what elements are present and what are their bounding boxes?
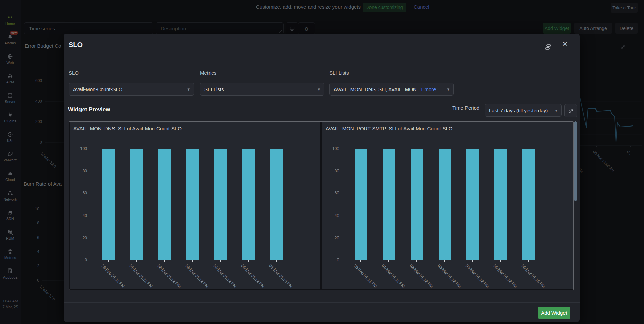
slo-widget-modal: SLO × SLO Metrics SLI Lists Avail-Mon-Co…: [64, 34, 580, 322]
widget-preview-heading: Widget Preview: [68, 106, 110, 113]
x-tick-label: 04-Mar 01:12 PM: [464, 263, 490, 289]
x-tick-label: 03-Mar 01:12 PM: [184, 263, 210, 289]
bar: [242, 149, 255, 260]
chart-panel-port-smtp-sli: AVAIL_MON_PORT-SMTP_SLI of Avail-Mon-Cou…: [322, 122, 573, 289]
x-tick-label: 06-Mar 01:15 PM: [520, 263, 546, 289]
chevron-down-icon: ▾: [185, 87, 190, 92]
x-tick-label: 06-Mar 01:15 PM: [268, 263, 293, 289]
x-tick: [248, 260, 249, 262]
y-tick-label: 60: [71, 191, 87, 195]
metrics-field-label: Metrics: [200, 70, 216, 76]
bar: [439, 149, 451, 260]
y-tick-label: 40: [324, 213, 339, 218]
x-tick: [388, 260, 389, 262]
gridline: [90, 260, 315, 260]
permalink-button[interactable]: [564, 104, 577, 117]
sli-lists-field-label: SLI Lists: [329, 70, 349, 76]
y-tick-label: 60: [324, 191, 339, 195]
gridline: [342, 260, 568, 260]
bar: [270, 149, 283, 260]
x-tick-label: 28-Feb 01:11 PM: [353, 263, 378, 289]
x-tick-label: 05-Mar 01:12 PM: [492, 263, 518, 289]
bar: [383, 149, 395, 260]
bar: [102, 149, 115, 260]
y-tick-label: 0: [324, 258, 339, 262]
x-tick: [108, 260, 109, 262]
x-tick: [276, 260, 277, 262]
x-tick-label: 28-Feb 01:11 PM: [100, 263, 126, 289]
x-tick-label: 02-Mar 01:12 PM: [409, 263, 434, 289]
x-tick: [416, 260, 417, 262]
slo-dropdown[interactable]: Avail-Mon-Count-SLO ▾: [69, 83, 194, 96]
y-tick-label: 80: [71, 169, 87, 173]
x-tick: [220, 260, 221, 262]
chevron-down-icon: ▾: [552, 108, 557, 113]
header-divider: [64, 56, 580, 56]
x-tick-label: 05-Mar 01:12 PM: [240, 263, 265, 289]
plot-area: 02040608010028-Feb 01:11 PM01-Mar 01:11 …: [342, 149, 568, 260]
bar: [158, 149, 171, 260]
x-tick: [360, 260, 361, 262]
widget-layout-icon-button[interactable]: [545, 44, 551, 50]
x-tick-label: 04-Mar 01:12 PM: [212, 263, 237, 289]
add-widget-button[interactable]: Add Widget: [538, 307, 570, 319]
y-tick-label: 80: [324, 169, 339, 173]
chevron-down-icon: ▾: [444, 87, 449, 92]
more-count-link[interactable]: 1 more: [420, 86, 436, 92]
time-period-dropdown[interactable]: Last 7 days (till yesterday) ▾: [485, 104, 562, 117]
screen: Home99+AlarmsWebAPMServerPluginsK8sVMwar…: [0, 0, 644, 324]
x-tick: [164, 260, 165, 262]
slo-field-label: SLO: [69, 70, 79, 76]
x-tick-label: 03-Mar 01:12 PM: [437, 263, 462, 289]
y-tick-label: 40: [71, 213, 87, 218]
chart-title: AVAIL_MON_PORT-SMTP_SLI of Avail-Mon-Cou…: [326, 125, 453, 131]
footer-divider: [64, 302, 580, 303]
bar: [214, 149, 227, 260]
x-tick: [472, 260, 473, 262]
x-tick-label: 02-Mar 01:12 PM: [156, 263, 182, 289]
bar: [186, 149, 199, 260]
modal-title: SLO: [69, 41, 83, 49]
plot-area: 02040608010028-Feb 01:11 PM01-Mar 01:11 …: [90, 149, 315, 260]
modal-scrollbar-thumb[interactable]: [574, 121, 577, 201]
bar: [130, 149, 143, 260]
bar: [411, 149, 423, 260]
chart-panel-dns-sli: AVAIL_MON_DNS_SLI of Avail-Mon-Count-SLO…: [70, 122, 320, 289]
y-tick-label: 0: [71, 258, 87, 262]
widget-preview-container: AVAIL_MON_DNS_SLI of Avail-Mon-Count-SLO…: [69, 121, 574, 290]
x-tick: [444, 260, 445, 262]
x-tick: [192, 260, 193, 262]
time-period-label: Time Period: [452, 105, 479, 111]
y-tick-label: 20: [324, 236, 339, 240]
y-tick-label: 100: [324, 146, 339, 151]
metrics-dropdown[interactable]: SLI Lists ▾: [200, 83, 324, 96]
x-tick: [500, 260, 501, 262]
sli-lists-dropdown[interactable]: AVAIL_MON_DNS_SLI, AVAIL_MON_PO... 1 mor…: [329, 83, 454, 96]
chart-title: AVAIL_MON_DNS_SLI of Avail-Mon-Count-SLO: [73, 125, 182, 131]
bar: [522, 149, 535, 260]
close-icon[interactable]: ×: [562, 40, 568, 48]
bar: [466, 149, 479, 260]
x-tick-label: 01-Mar 01:11 PM: [381, 263, 406, 289]
link-icon: [568, 108, 574, 114]
x-tick-label: 01-Mar 01:11 PM: [128, 263, 154, 289]
bar: [494, 149, 507, 260]
bar: [355, 149, 367, 260]
x-tick: [136, 260, 137, 262]
chevron-down-icon: ▾: [315, 87, 320, 92]
y-tick-label: 20: [71, 236, 87, 240]
y-tick-label: 100: [71, 146, 87, 151]
x-tick: [528, 260, 529, 262]
